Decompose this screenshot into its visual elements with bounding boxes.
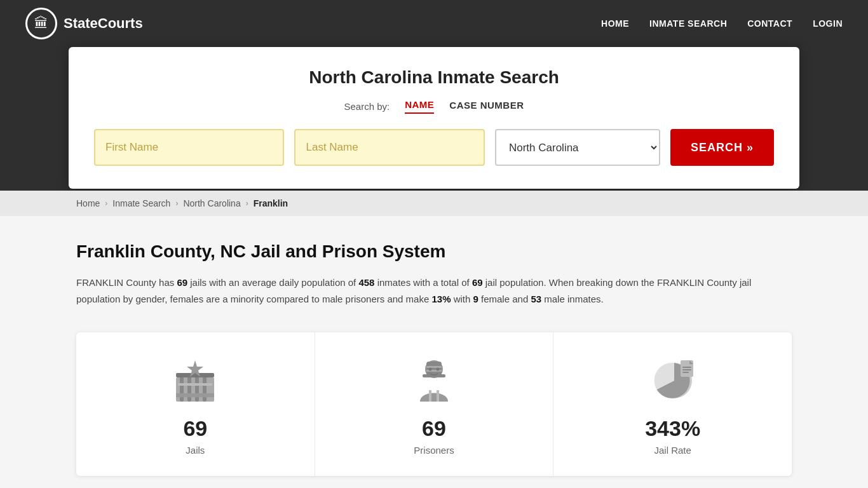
breadcrumb-sep-2: ›: [175, 199, 178, 208]
breadcrumb-inmate-search[interactable]: Inmate Search: [112, 198, 170, 208]
avg-population: 458: [358, 277, 374, 288]
stat-card-jail-rate: 343% Jail Rate: [553, 332, 792, 476]
breadcrumb: Home › Inmate Search › North Carolina › …: [0, 191, 868, 216]
stats-row: 69 Jails: [76, 332, 792, 476]
jail-rate-stat-label: Jail Rate: [654, 445, 691, 456]
female-count: 9: [473, 294, 478, 304]
search-card: North Carolina Inmate Search Search by: …: [69, 47, 799, 189]
desc-text-7: male inmates.: [541, 294, 604, 304]
male-count: 53: [531, 294, 541, 304]
svg-rect-12: [426, 366, 442, 368]
jails-stat-number: 69: [183, 416, 207, 441]
desc-text-5: with: [451, 294, 473, 304]
county-description: FRANKLIN County has 69 jails with an ave…: [76, 274, 775, 307]
svg-rect-6: [176, 393, 214, 397]
tab-name[interactable]: NAME: [405, 99, 434, 114]
total-jail-pop: 69: [472, 277, 483, 288]
desc-text-3: inmates with a total of: [374, 277, 471, 288]
search-button[interactable]: SEARCH »: [670, 129, 774, 166]
stat-card-prisoners: 69 Prisoners: [315, 332, 554, 476]
svg-rect-11: [426, 362, 442, 376]
svg-point-17: [437, 368, 440, 371]
nav-home[interactable]: HOME: [601, 18, 629, 29]
first-name-input[interactable]: [94, 129, 284, 166]
topnav: 🏛 StateCourts HOME INMATE SEARCH CONTACT…: [0, 0, 868, 47]
search-by-label: Search by:: [344, 101, 390, 112]
prisoner-icon: [409, 355, 459, 406]
svg-point-16: [429, 368, 432, 371]
search-fields: North Carolina Alabama Alaska Arizona Ca…: [94, 129, 774, 166]
jail-icon: [170, 355, 220, 406]
search-card-title: North Carolina Inmate Search: [94, 67, 774, 88]
svg-rect-21: [682, 367, 691, 368]
svg-rect-13: [426, 370, 442, 372]
svg-rect-14: [429, 390, 431, 402]
breadcrumb-sep-1: ›: [105, 199, 107, 208]
search-tabs: Search by: NAME CASE NUMBER: [94, 99, 774, 114]
nav-contact[interactable]: CONTACT: [747, 18, 792, 29]
nav-links: HOME INMATE SEARCH CONTACT LOGIN: [601, 18, 843, 29]
county-title: Franklin County, NC Jail and Prison Syst…: [76, 241, 792, 262]
stat-card-jails: 69 Jails: [76, 332, 315, 476]
logo-icon: 🏛: [25, 8, 57, 39]
prisoners-stat-number: 69: [422, 416, 446, 441]
header: COURTHOUSE 🏛 StateCourts HOME INMATE SEA…: [0, 0, 868, 191]
prisoners-stat-label: Prisoners: [414, 445, 454, 456]
female-pct: 13%: [431, 294, 451, 304]
svg-rect-15: [437, 390, 439, 402]
jails-stat-label: Jails: [186, 445, 205, 456]
breadcrumb-sep-3: ›: [246, 199, 248, 208]
main-content: Franklin County, NC Jail and Prison Syst…: [0, 216, 868, 488]
logo-name: StateCourts: [64, 15, 143, 32]
desc-text-2: jails with an average daily population o…: [187, 277, 358, 288]
breadcrumb-north-carolina[interactable]: North Carolina: [183, 198, 240, 208]
breadcrumb-home[interactable]: Home: [76, 198, 100, 208]
logo[interactable]: 🏛 StateCourts: [25, 8, 143, 39]
jails-count: 69: [177, 277, 187, 288]
jail-rate-stat-number: 343%: [645, 416, 700, 441]
tab-case-number[interactable]: CASE NUMBER: [449, 100, 524, 113]
desc-text-6: female and: [478, 294, 531, 304]
svg-rect-22: [682, 369, 691, 370]
svg-rect-23: [682, 372, 689, 373]
state-select[interactable]: North Carolina Alabama Alaska Arizona Ca…: [495, 129, 660, 166]
svg-rect-8: [178, 383, 212, 386]
nav-login[interactable]: LOGIN: [813, 18, 843, 29]
svg-rect-5: [176, 373, 214, 377]
desc-text-1: FRANKLIN County has: [76, 277, 177, 288]
chart-icon: [648, 355, 698, 406]
breadcrumb-current: Franklin: [254, 198, 288, 208]
last-name-input[interactable]: [294, 129, 484, 166]
nav-inmate-search[interactable]: INMATE SEARCH: [649, 18, 727, 29]
